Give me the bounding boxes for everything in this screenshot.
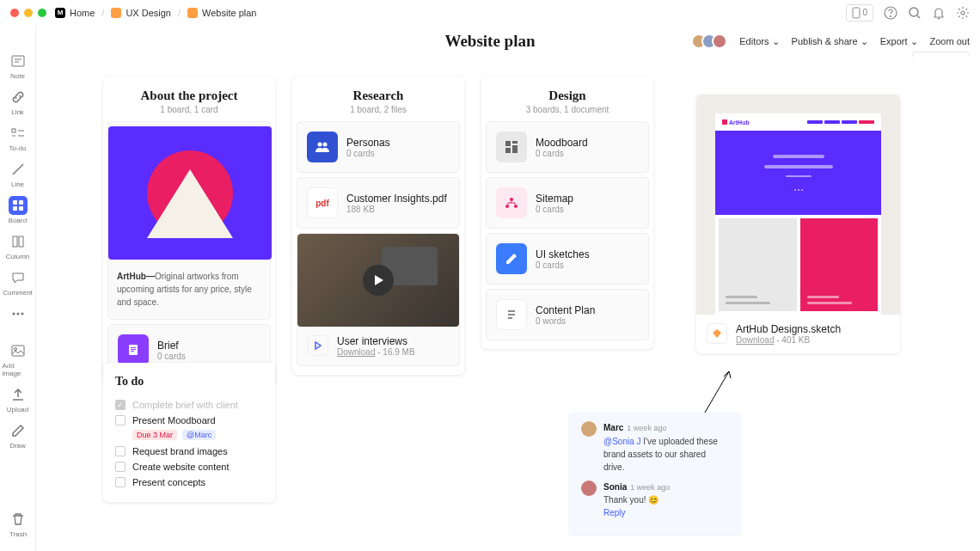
file-size: - 401 KB [774,335,810,345]
card-title: Sitemap [536,193,573,205]
brief-icon [118,334,149,365]
publish-menu[interactable]: Publish & share ⌄ [792,36,868,47]
collaborator-avatars[interactable] [696,34,727,49]
todo-label: Present Moodboard [132,415,216,425]
tool-upload[interactable]: Upload [3,382,34,416]
tool-board[interactable]: Board [3,193,34,227]
design-mockup: ArtHub [696,95,900,315]
tool-comment[interactable]: Comment [3,265,34,299]
card-video[interactable]: User interviewsDownload - 16.9 MB [297,233,460,366]
card-personas[interactable]: Personas0 cards [297,121,460,173]
breadcrumb-current[interactable]: Website plan [187,8,256,18]
card-sitemap[interactable]: Sitemap0 cards [486,177,649,229]
play-icon[interactable] [363,265,394,296]
svg-rect-0 [853,8,860,18]
maximize-window[interactable] [38,9,46,17]
card-title: Moodboard [536,137,588,149]
tool-draw[interactable]: Draw [3,418,34,452]
breadcrumb-home[interactable]: M Home [55,8,95,18]
checkbox-checked[interactable] [115,400,126,410]
chevron-down-icon: ⌄ [772,36,780,46]
devices-count: 0 [862,8,867,17]
search-icon[interactable] [908,6,922,20]
export-menu[interactable]: Export ⌄ [880,36,918,47]
canvas[interactable]: About the project1 board, 1 card ArtHub—… [36,57,980,551]
breadcrumb-sep: / [101,8,104,18]
todo-item[interactable]: Present concepts [115,474,263,490]
todo-item[interactable]: Request brand images [115,444,263,459]
sketch-file-icon [707,323,727,344]
moodboard-icon [496,132,527,162]
devices-button[interactable]: 0 [846,4,873,21]
avatar[interactable] [712,34,727,49]
breadcrumb-uxdesign[interactable]: UX Design [111,8,171,18]
download-link[interactable]: Download [337,347,375,357]
column-icon [9,232,28,251]
folder-icon [111,8,121,18]
tool-trash[interactable]: Trash [3,506,34,541]
chevron-down-icon: ⌄ [910,36,918,46]
todo-label: Create website content [132,462,230,472]
tool-todo[interactable]: To-do [3,120,34,155]
card-subtitle: 188 KB [346,205,447,214]
minimize-window[interactable] [24,9,33,17]
comment-icon [9,268,28,287]
download-link[interactable]: Download [736,335,774,345]
tool-more[interactable] [3,301,34,326]
card-subtitle: 0 cards [346,149,390,158]
breadcrumb-sep: / [178,8,181,18]
checkbox[interactable] [115,446,126,456]
sitemap-icon [496,187,527,218]
zoom-out-button[interactable]: Zoom out [930,36,970,46]
checkbox[interactable] [115,415,126,425]
mention[interactable]: @Sonia J [603,437,641,446]
svg-rect-26 [512,145,518,153]
card-moodboard[interactable]: Moodboard0 cards [486,121,649,173]
svg-point-13 [12,313,15,315]
close-window[interactable] [10,9,19,17]
breadcrumb-label: Website plan [202,8,256,18]
card-arthub[interactable]: ArtHub—Original artworks from upcoming a… [107,121,271,320]
card-pdf[interactable]: pdf Customer Insights.pdf188 KB [297,177,460,229]
checkbox[interactable] [115,462,126,472]
svg-point-14 [16,313,19,315]
card-content-plan[interactable]: Content Plan0 words [486,289,649,340]
arthub-description: ArtHub—Original artworks from upcoming a… [108,266,270,319]
help-icon[interactable] [884,6,897,20]
editors-menu[interactable]: Editors ⌄ [739,36,779,47]
todo-item[interactable]: Complete brief with client [115,397,263,413]
pencil-icon [9,421,28,440]
tool-add-image[interactable]: Add image [3,338,34,380]
mention-tag[interactable]: @Marc [182,430,216,440]
notifications-icon[interactable] [932,6,946,20]
design-preview-card[interactable]: ArtHub ArtHub Designs.sketchDownload - 4… [696,95,900,353]
settings-icon[interactable] [956,6,970,20]
card-subtitle: 0 cards [536,260,590,270]
card-title: User interviews [337,335,415,347]
reply-button[interactable]: Reply [603,506,729,519]
window-controls[interactable] [10,9,46,17]
todo-list[interactable]: To do Complete brief with client Present… [103,363,275,502]
card-sketches[interactable]: UI sketches0 cards [486,233,649,285]
tool-column[interactable]: Column [3,229,34,263]
avatar[interactable] [581,481,597,496]
board-subtitle: 1 board, 2 files [301,105,456,114]
comment-author: Sonia [603,482,627,492]
board-about[interactable]: About the project1 board, 1 card ArtHub—… [103,77,275,384]
comment: Marc1 week ago @Sonia J I've uploaded th… [581,421,729,474]
tool-note[interactable]: Note [3,48,34,83]
tool-line[interactable]: Line [3,156,34,191]
board-research[interactable]: Research1 board, 2 files Personas0 cards… [292,77,464,375]
tool-link[interactable]: Link [3,84,34,119]
avatar[interactable] [581,421,597,437]
comment-thread[interactable]: Marc1 week ago @Sonia J I've uploaded th… [569,413,741,535]
comment-author: Marc [603,423,623,432]
checkbox[interactable] [115,477,126,487]
file-size: - 16.9 MB [375,347,414,357]
todo-item[interactable]: Present Moodboard [115,413,263,428]
video-thumbnail[interactable] [297,234,459,327]
board-design[interactable]: Design3 boards, 1 document Moodboard0 ca… [481,77,653,349]
home-icon: M [55,8,65,18]
todo-item[interactable]: Create website content [115,459,263,474]
card-subtitle: 0 cards [536,149,588,158]
